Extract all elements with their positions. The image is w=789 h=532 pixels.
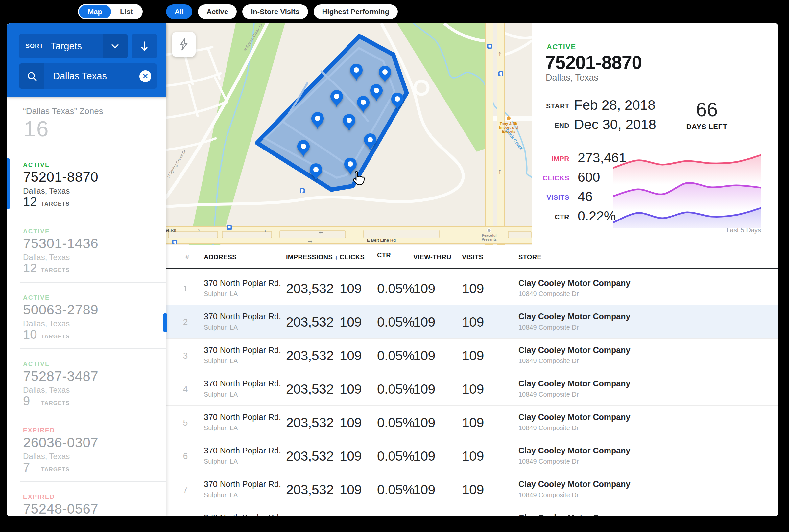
row-store: Clay Cooley Motor Company (519, 412, 630, 422)
map-pin[interactable] (343, 157, 358, 176)
stat-value-clicks: 600 (578, 170, 600, 185)
map-pin[interactable] (378, 65, 392, 84)
search-field[interactable]: Dallas Texas ✕ (19, 63, 157, 89)
col-header-store[interactable]: STORE (519, 253, 542, 261)
zone-card-26036-0307[interactable]: EXPIRED26036-0307Dallas, Texas7TARGETS (6, 418, 166, 484)
zones-count: 16 (24, 116, 49, 141)
svg-text:←: ← (264, 227, 269, 234)
street-label-clipped: E Belt Line Rd (166, 228, 176, 233)
row-number: 4 (179, 384, 192, 394)
map-pin[interactable] (309, 163, 323, 182)
row-visits: 109 (462, 449, 484, 464)
filter-pill-all[interactable]: All (166, 4, 192, 19)
row-address: 370 North Poplar Rd. (204, 379, 281, 388)
table-row-4[interactable]: 4370 North Poplar Rd.Sulphur, LA203,5321… (166, 372, 778, 406)
row-store-address: 10849 Composite Dr (519, 357, 579, 365)
map-pin[interactable] (310, 111, 325, 130)
map-pin[interactable] (349, 63, 363, 82)
toggle-list[interactable]: List (111, 5, 142, 18)
zone-status: ACTIVE (23, 360, 50, 368)
col-header-num[interactable]: # (185, 253, 189, 261)
stat-label-visits: VISITS (532, 193, 569, 202)
stat-value-ctr: 0.22% (578, 208, 616, 224)
table-row-6[interactable]: 6370 North Poplar Rd.Sulphur, LA203,5321… (166, 439, 778, 473)
row-visits: 109 (462, 516, 484, 516)
end-date: Dec 30, 2018 (574, 117, 656, 132)
row-store-address: 10849 Composite Dr (519, 458, 579, 465)
zone-status: EXPIRED (23, 493, 55, 500)
map-pin[interactable] (296, 139, 311, 158)
filter-pill-active[interactable]: Active (198, 4, 237, 19)
row-viewthru: 109 (413, 449, 435, 464)
map-pin[interactable] (342, 113, 356, 132)
zone-code: 75301-1436 (23, 235, 98, 251)
col-header-impressions[interactable]: IMPRESSIONS ↓ (286, 253, 338, 261)
row-clicks: 109 (340, 449, 362, 464)
table-row-7[interactable]: 7370 North Poplar Rd.Sulphur, LA203,5321… (166, 473, 778, 506)
app-window: ←←← → ↑↑ (6, 23, 778, 516)
table-row-1[interactable]: 1370 North Poplar Rd.Sulphur, LA203,5321… (166, 272, 778, 305)
filter-pill-highest-performing[interactable]: Highest Performing (314, 4, 398, 19)
map-pin[interactable] (363, 133, 377, 152)
zone-status: EXPIRED (23, 427, 55, 434)
row-impressions: 203,532 (286, 348, 334, 363)
row-store: Clay Cooley Motor Company (519, 312, 630, 321)
row-number: 7 (179, 485, 192, 495)
table-row-8[interactable]: 8370 North Poplar Rd.Sulphur, LA203,5321… (166, 506, 778, 516)
map-pin[interactable] (356, 95, 371, 114)
search-icon (19, 63, 44, 89)
sidebar: SORT Targets Dallas Texas ✕ “Dallas Texa… (6, 23, 166, 516)
row-clicks: 109 (340, 381, 362, 397)
col-header-address[interactable]: ADDRESS (204, 253, 237, 261)
col-header-clicks[interactable]: CLICKS (340, 253, 364, 261)
row-visits: 109 (462, 281, 484, 297)
zone-card-75301-1436[interactable]: ACTIVE75301-1436Dallas, Texas12TARGETS (6, 218, 166, 285)
col-header-visits[interactable]: VISITS (462, 253, 483, 261)
row-impressions: 203,532 (286, 381, 334, 397)
chevron-down-icon[interactable] (102, 34, 128, 58)
row-store-address: 10849 Composite Dr (519, 391, 579, 398)
row-store-address: 10849 Composite Dr (519, 491, 579, 499)
svg-text:→: → (308, 238, 312, 245)
table-row-5[interactable]: 5370 North Poplar Rd.Sulphur, LA203,5321… (166, 406, 778, 439)
row-clicks: 109 (340, 281, 362, 297)
row-impressions: 203,532 (286, 281, 334, 297)
selected-zone-indicator (6, 158, 10, 209)
col-header-viewthru[interactable]: VIEW-THRU (413, 253, 451, 261)
col-header-ctr[interactable]: CTR (377, 251, 391, 259)
table-row-3[interactable]: 3370 North Poplar Rd.Sulphur, LA203,5321… (166, 339, 778, 372)
map-pin[interactable] (330, 89, 344, 109)
search-input[interactable]: Dallas Texas (53, 71, 139, 81)
zone-code: 26036-0307 (23, 435, 98, 451)
sort-value: Targets (51, 41, 102, 52)
table-row-2[interactable]: 2370 North Poplar Rd.Sulphur, LA203,5321… (166, 305, 778, 339)
zone-card-75287-3487[interactable]: ACTIVE75287-3487Dallas, Texas9TARGETS (6, 351, 166, 418)
performance-sparkline (613, 151, 761, 228)
map-pin[interactable] (369, 83, 384, 102)
stat-label-impr: IMPR (532, 155, 569, 163)
zone-card-75201-8870[interactable]: ACTIVE75201-8870Dallas, Texas12TARGETS (6, 152, 166, 218)
sort-direction-button[interactable] (132, 34, 157, 58)
zone-card-75248-0567[interactable]: EXPIRED75248-0567Dallas, Texas (6, 484, 166, 516)
clear-x-icon[interactable]: ✕ (139, 70, 151, 82)
map-list-toggle[interactable]: Map List (78, 4, 143, 19)
filter-pill-in-store-visits[interactable]: In-Store Visits (242, 4, 308, 19)
end-label: END (532, 121, 569, 130)
map-pin[interactable] (390, 92, 405, 111)
lightning-button[interactable] (172, 32, 195, 57)
toggle-map[interactable]: Map (79, 5, 111, 18)
sort-select[interactable]: SORT Targets (19, 34, 128, 58)
svg-text:←: ← (198, 226, 203, 233)
zone-card-50063-2789[interactable]: ACTIVE50063-2789Dallas, Texas10TARGETS (6, 285, 166, 351)
map-base-art: ←←← → ↑↑ (166, 23, 532, 245)
campaign-detail-panel: ACTIVE 75201-8870 Dallas, Texas START Fe… (532, 23, 778, 245)
row-number: 5 (179, 418, 192, 428)
zone-targets-count: 12 (23, 195, 37, 209)
row-store-address: 10849 Composite Dr (519, 290, 579, 298)
zone-status: ACTIVE (23, 228, 50, 235)
zone-targets-label: TARGETS (41, 466, 70, 473)
row-clicks: 109 (340, 415, 362, 431)
map-canvas[interactable]: ←←← → ↑↑ (166, 23, 532, 245)
row-address: 370 North Poplar Rd. (204, 412, 281, 422)
zone-status: ACTIVE (23, 162, 50, 169)
